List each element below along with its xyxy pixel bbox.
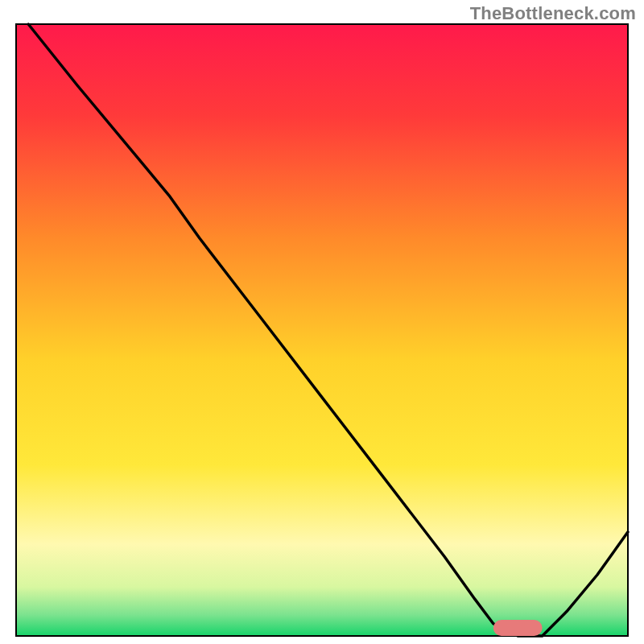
bottleneck-chart [0,0,644,644]
recommended-range-marker [493,620,543,636]
plot-background [16,24,628,636]
chart-container: TheBottleneck.com [0,0,644,644]
